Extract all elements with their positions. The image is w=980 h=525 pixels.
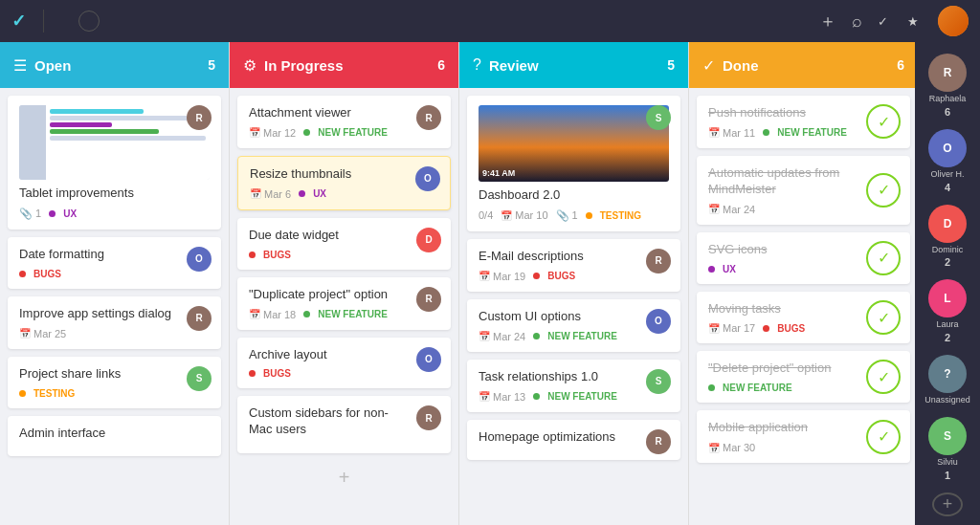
card[interactable]: Automatic updates from MindMeister📅 Mar … — [697, 156, 910, 225]
avatar-image — [938, 6, 969, 36]
card-meta: TESTING — [19, 388, 210, 399]
card-avatar: O — [187, 247, 212, 272]
card-tag: NEW FEATURE — [318, 309, 388, 319]
card-meta: BUGS — [19, 269, 210, 279]
card[interactable]: Mobile application📅 Mar 30✓ — [697, 410, 910, 463]
done-check-icon[interactable]: ✓ — [866, 173, 901, 208]
tag-dot — [533, 393, 540, 400]
star-icon: ★ — [907, 14, 919, 29]
card-image: 9:41 AM — [479, 105, 669, 182]
sidebar-member-raphaela[interactable]: RRaphaela6 — [928, 50, 967, 121]
sidebar-member-oliver-h.[interactable]: OOliver H.4 — [928, 125, 967, 197]
card[interactable]: SVG iconsUX✓ — [697, 232, 910, 284]
card-title: Date formatting — [19, 247, 210, 263]
column-body-review: 9:41 AMSDashboard 2.00/4📅 Mar 10📎 1TESTI… — [459, 88, 688, 525]
member-avatar: D — [928, 205, 967, 243]
tag-dot — [19, 271, 26, 277]
card[interactable]: RCustom sidebars for non-Mac users — [237, 396, 451, 453]
card-meta: 📅 Mar 12NEW FEATURE — [249, 127, 439, 139]
card-tag: NEW FEATURE — [318, 127, 388, 138]
member-name: Silviu — [937, 457, 958, 468]
column-header-done: ✓Done6 — [689, 42, 915, 88]
card[interactable]: 9:41 AMSDashboard 2.00/4📅 Mar 10📎 1TESTI… — [467, 96, 680, 231]
card[interactable]: RAttachment viewer📅 Mar 12NEW FEATURE — [237, 96, 451, 148]
done-check-icon[interactable]: ✓ — [866, 300, 901, 335]
column-body-inprogress: RAttachment viewer📅 Mar 12NEW FEATUREORe… — [230, 88, 458, 525]
tag-dot — [299, 190, 305, 197]
member-name: Laura — [936, 319, 958, 330]
card-tag: BUGS — [33, 269, 61, 279]
card-avatar: O — [416, 347, 441, 372]
search-icon[interactable]: ⌕ — [852, 11, 862, 32]
member-task-count: 1 — [945, 470, 950, 481]
calendar-icon: 📅 — [708, 443, 720, 453]
card[interactable]: R"Duplicate project" option📅 Mar 18NEW F… — [237, 277, 451, 330]
add-icon[interactable]: ＋ — [819, 10, 836, 33]
card-meta: 📅 Mar 6UX — [250, 188, 438, 200]
sidebar-member-dominic[interactable]: DDominic2 — [928, 201, 967, 273]
calendar-icon: 📅 — [479, 271, 490, 281]
tag-dot — [49, 210, 56, 217]
sidebar-member-unassigned[interactable]: ?Unassigned — [924, 351, 970, 409]
calendar-icon: 📅 — [708, 127, 720, 138]
card[interactable]: Moving tasks📅 Mar 17BUGS✓ — [697, 292, 910, 344]
tag-dot — [533, 333, 540, 339]
card-date: 📅 Mar 24 — [708, 204, 755, 215]
card[interactable]: Admin interface — [8, 416, 221, 457]
sidebar-member-laura[interactable]: LLaura2 — [928, 275, 967, 347]
col-title-done: Done — [723, 57, 889, 74]
column-body-open: RTablet improvements📎 1UXODate formattin… — [0, 88, 229, 525]
done-check-icon[interactable]: ✓ — [866, 360, 901, 394]
done-check-icon[interactable]: ✓ — [866, 104, 901, 139]
card-title: Dashboard 2.0 — [479, 187, 669, 204]
tasks-count-badge[interactable]: ✓ — [878, 14, 892, 29]
done-check-icon[interactable]: ✓ — [866, 241, 901, 275]
card-tag: NEW FEATURE — [547, 331, 617, 341]
sidebar-member-silviu[interactable]: SSilviu1 — [928, 413, 967, 485]
card-meta: 📅 Mar 18NEW FEATURE — [249, 309, 439, 320]
add-member-button[interactable]: + — [932, 492, 963, 516]
add-card-button[interactable]: + — [237, 461, 451, 494]
tag-dot — [249, 370, 256, 377]
starred-count-badge[interactable]: ★ — [907, 14, 923, 29]
card[interactable]: OCustom UI options📅 Mar 24NEW FEATURE — [467, 299, 680, 352]
card-tag: NEW FEATURE — [777, 127, 847, 138]
card-avatar: R — [187, 105, 212, 130]
member-avatar: O — [928, 129, 967, 167]
card-meta: 0/4📅 Mar 10📎 1TESTING — [479, 209, 669, 222]
logo[interactable]: ✓ — [11, 11, 32, 32]
user-avatar[interactable] — [938, 6, 969, 36]
card-avatar: R — [187, 306, 212, 331]
card[interactable]: OResize thumbnails📅 Mar 6UX — [237, 156, 451, 210]
members-sidebar: RRaphaela6OOliver H.4DDominic2LLaura2?Un… — [915, 42, 980, 525]
card[interactable]: DDue date widgetBUGS — [237, 218, 451, 270]
member-name: Unassigned — [924, 395, 970, 405]
card[interactable]: RHomepage optimizations — [467, 420, 680, 461]
calendar-icon: 📅 — [19, 328, 31, 339]
col-icon-done: ✓ — [702, 56, 715, 75]
card[interactable]: RImprove app settings dialog📅 Mar 25 — [8, 296, 221, 349]
member-avatar: ? — [928, 355, 967, 393]
member-task-count: 6 — [945, 106, 950, 118]
card[interactable]: SProject share linksTESTING — [8, 357, 221, 408]
card-date: 📅 Mar 18 — [249, 309, 296, 320]
card[interactable]: STask relationships 1.0📅 Mar 13NEW FEATU… — [467, 360, 680, 412]
card[interactable]: RTablet improvements📎 1UX — [8, 96, 221, 230]
card[interactable]: OArchive layoutBUGS — [237, 338, 451, 389]
card-date: 📅 Mar 6 — [250, 188, 291, 200]
card[interactable]: RE-Mail descriptions📅 Mar 19BUGS — [467, 239, 680, 292]
tag-dot — [249, 252, 256, 258]
tag-dot — [708, 384, 715, 391]
card-title: Project share links — [19, 366, 210, 383]
card[interactable]: "Delete project" optionNEW FEATURE✓ — [697, 351, 910, 403]
info-button[interactable] — [78, 11, 100, 32]
card-date: 📅 Mar 24 — [479, 331, 525, 342]
col-count-open: 5 — [208, 57, 215, 73]
card-tag: UX — [63, 208, 77, 219]
done-check-icon[interactable]: ✓ — [866, 420, 901, 454]
calendar-icon: 📅 — [479, 331, 490, 341]
card-date: 📅 Mar 12 — [249, 127, 296, 139]
card[interactable]: ODate formattingBUGS — [8, 237, 221, 289]
tag-dot — [586, 212, 592, 219]
card[interactable]: Push notifications📅 Mar 11NEW FEATURE✓ — [697, 96, 910, 148]
